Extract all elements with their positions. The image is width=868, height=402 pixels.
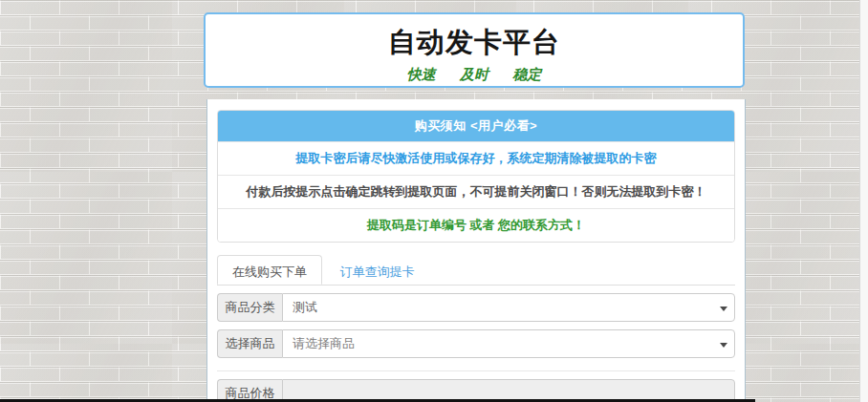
category-label: 商品分类 bbox=[217, 293, 282, 322]
form-divider bbox=[217, 370, 735, 371]
product-select[interactable]: 请选择商品 bbox=[282, 329, 735, 358]
slogan-timely: 及时 bbox=[460, 66, 488, 83]
notice-header: 购买须知 <用户必看> bbox=[218, 111, 734, 141]
category-row: 商品分类 测试 bbox=[217, 293, 735, 322]
product-row: 选择商品 请选择商品 bbox=[217, 329, 735, 358]
tab-buy-online[interactable]: 在线购买下单 bbox=[217, 255, 322, 285]
notice-row-save-cards: 提取卡密后请尽快激活使用或保存好，系统定期清除被提取的卡密 bbox=[218, 141, 734, 175]
notice-row-pickup-code: 提取码是订单编号 或者 您的联系方式！ bbox=[218, 208, 734, 242]
product-label: 选择商品 bbox=[217, 329, 282, 358]
tab-order-query[interactable]: 订单查询提卡 bbox=[326, 256, 429, 286]
category-select[interactable]: 测试 bbox=[282, 293, 735, 322]
product-select-value: 请选择商品 bbox=[293, 336, 355, 350]
category-select-value: 测试 bbox=[293, 300, 317, 314]
chevron-down-icon bbox=[720, 307, 727, 311]
browser-scrollbar[interactable] bbox=[859, 0, 868, 402]
tab-bar: 在线购买下单 订单查询提卡 bbox=[217, 255, 735, 286]
notice-row-payment-warning: 付款后按提示点击确定跳转到提取页面，不可提前关闭窗口！否则无法提取到卡密！ bbox=[218, 175, 734, 208]
chevron-down-icon bbox=[720, 343, 727, 348]
site-title: 自动发卡平台 bbox=[206, 24, 743, 62]
page: 自动发卡平台 快速 及时 稳定 购买须知 <用户必看> 提取卡密后请尽快激活使用… bbox=[0, 0, 868, 402]
slogan-stable: 稳定 bbox=[512, 66, 541, 83]
slogan-fast: 快速 bbox=[407, 66, 436, 83]
purchase-form: 商品分类 测试 选择商品 请选择商品 商品价格 bbox=[217, 293, 735, 402]
notice-panel: 购买须知 <用户必看> 提取卡密后请尽快激活使用或保存好，系统定期清除被提取的卡… bbox=[217, 110, 735, 243]
site-slogans: 快速 及时 稳定 bbox=[206, 66, 743, 84]
site-header: 自动发卡平台 快速 及时 稳定 bbox=[204, 12, 745, 88]
main-panel: 购买须知 <用户必看> 提取卡密后请尽快激活使用或保存好，系统定期清除被提取的卡… bbox=[206, 99, 746, 402]
